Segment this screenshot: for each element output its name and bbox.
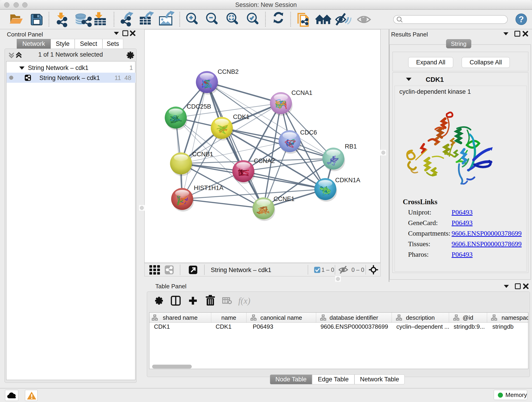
svg-text:HIST1H1A: HIST1H1A <box>194 185 223 191</box>
svg-text:?: ? <box>519 15 524 24</box>
svg-text:CCNB2: CCNB2 <box>218 68 239 75</box>
svg-text:CCNA1: CCNA1 <box>291 89 312 96</box>
svg-text:RB1: RB1 <box>345 143 357 150</box>
svg-text:f(x): f(x) <box>238 296 250 306</box>
svg-text:CCNA2: CCNA2 <box>254 157 275 164</box>
svg-text:0 – 0: 0 – 0 <box>351 267 364 273</box>
svg-text:CCNE1: CCNE1 <box>273 196 295 202</box>
svg-text:CDK1: CDK1 <box>233 114 249 120</box>
svg-text:CDKN1A: CDKN1A <box>335 177 360 184</box>
svg-text:CCNB1: CCNB1 <box>192 151 213 158</box>
svg-text:CDC6: CDC6 <box>300 129 317 136</box>
svg-text:CDC25B: CDC25B <box>187 103 211 110</box>
svg-text:1 – 0: 1 – 0 <box>322 267 334 273</box>
svg-text:String Network – cdk1: String Network – cdk1 <box>211 267 271 274</box>
